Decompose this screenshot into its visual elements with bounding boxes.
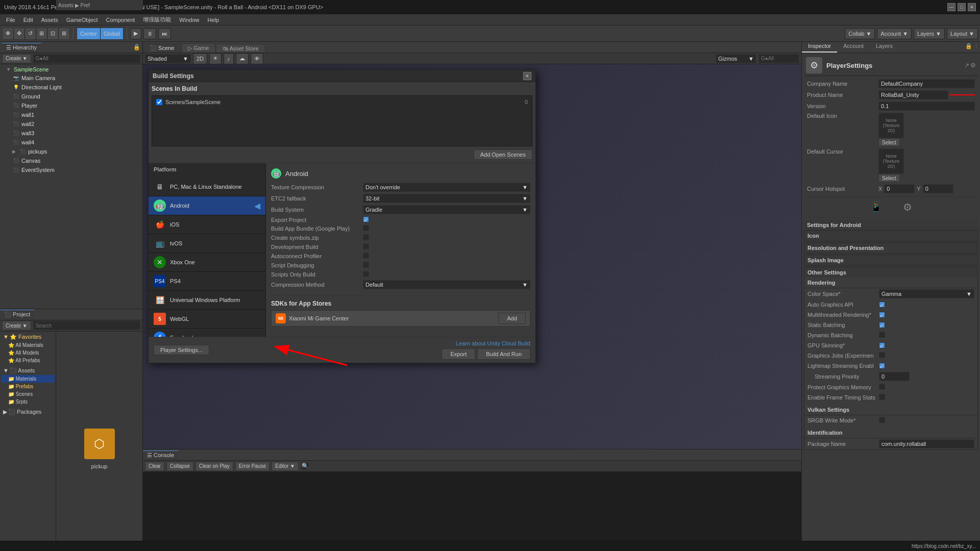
clear-on-play-button[interactable]: Clear on Play [195, 462, 233, 471]
effects-button[interactable]: ☁ [236, 53, 249, 64]
console-tab[interactable]: ☰ Console [143, 450, 178, 460]
splash-section-header[interactable]: Splash Image [804, 255, 977, 265]
hierarchy-create-button[interactable]: Create ▼ [2, 54, 31, 63]
tab-scene[interactable]: ⬛ Scene [143, 43, 181, 53]
lightmap-checkbox[interactable]: ✓ [879, 363, 885, 369]
inspector-settings-icon[interactable]: ⚙ [970, 62, 976, 69]
hierarchy-item-canvas[interactable]: ⬛ Canvas [0, 156, 142, 165]
resolution-section-header[interactable]: Resolution and Presentation [804, 243, 977, 253]
gizmos-dropdown[interactable]: Gizmos▼ [716, 54, 756, 63]
platform-android[interactable]: 🤖 Android ◀ [149, 196, 265, 215]
build-and-run-button[interactable]: Build And Run [477, 348, 530, 360]
hierarchy-item-maincamera[interactable]: 📷 Main Camera [0, 73, 142, 83]
clear-button[interactable]: Clear [145, 462, 164, 471]
hierarchy-item-wall2[interactable]: ⬛ wall2 [0, 119, 142, 129]
hand-tool[interactable]: ✥ [3, 28, 13, 39]
inspector-lock-icon[interactable]: 🔒 [965, 43, 972, 52]
layout-button[interactable]: Layout ▼ [947, 28, 978, 39]
transform-tool[interactable]: ⊞ [59, 28, 69, 39]
global-button[interactable]: Global [101, 28, 123, 39]
platform-pc[interactable]: 🖥 PC, Mac & Linux Standalone [149, 178, 265, 196]
static-batching-checkbox[interactable]: ✓ [879, 322, 885, 328]
assets-materials-item[interactable]: 📁 Materials [1, 375, 55, 383]
srgb-write-checkbox[interactable] [879, 417, 885, 423]
frame-timing-checkbox[interactable] [879, 394, 885, 400]
tab-layers[interactable]: Layers [870, 42, 899, 53]
asset-preview[interactable]: ⬡ [84, 429, 115, 459]
build-system-dropdown[interactable]: Gradle ▼ [363, 205, 530, 214]
export-project-checkbox[interactable]: ✓ [363, 216, 369, 222]
create-symbols-checkbox[interactable] [363, 234, 369, 240]
script-debugging-checkbox[interactable] [363, 262, 369, 268]
graphics-jobs-checkbox[interactable] [879, 352, 885, 358]
platform-ps4[interactable]: PS4 PS4 [149, 272, 265, 291]
scene-checkbox[interactable] [156, 99, 162, 105]
tab-game[interactable]: ▷ Game [181, 43, 215, 53]
project-search-input[interactable] [33, 321, 140, 330]
export-button[interactable]: Export [442, 348, 475, 360]
hierarchy-item-eventsystem[interactable]: ⬛ EventSystem [0, 165, 142, 174]
scale-tool[interactable]: ⊞ [36, 28, 47, 39]
favorites-section[interactable]: ▼⭐ Favorites [1, 333, 55, 341]
account-button[interactable]: Account ▼ [877, 28, 912, 39]
hide-button[interactable]: 👁 [251, 53, 263, 64]
layers-button[interactable]: Layers ▼ [914, 28, 945, 39]
collapse-button[interactable]: Collapse [166, 462, 193, 471]
cursor-hotspot-y-input[interactable] [923, 184, 953, 193]
pause-button[interactable]: ⏸ [143, 28, 156, 39]
autoconnect-checkbox[interactable] [363, 253, 369, 259]
menu-edit[interactable]: Edit [19, 16, 37, 24]
etc2-dropdown[interactable]: 32-bit ▼ [363, 194, 530, 203]
minimize-button[interactable]: — [947, 3, 955, 11]
hierarchy-item-wall4[interactable]: ⬛ wall4 [0, 138, 142, 147]
hierarchy-search-input[interactable] [33, 54, 140, 63]
development-build-checkbox[interactable] [363, 243, 369, 249]
menu-help[interactable]: Help [203, 16, 223, 24]
hierarchy-item-pickups[interactable]: ▶ ⬛ pickups [0, 147, 142, 156]
company-name-input[interactable] [878, 79, 975, 88]
xiaomi-add-button[interactable]: Add [498, 313, 526, 324]
play-button[interactable]: ▶ [130, 28, 141, 39]
rect-tool[interactable]: ⊡ [47, 28, 58, 39]
console-search-icon[interactable]: 🔍 [302, 463, 309, 470]
hierarchy-scene-root[interactable]: ▼ SampleScene [0, 65, 142, 73]
hierarchy-tab[interactable]: ☰ Hierarchy [2, 43, 41, 52]
rotate-tool[interactable]: ↺ [25, 28, 36, 39]
2d-button[interactable]: 2D [193, 53, 207, 64]
maximize-button[interactable]: □ [958, 3, 966, 11]
assets-srpts-item[interactable]: 📁 Srpts [1, 398, 55, 406]
hierarchy-content[interactable]: ▼ SampleScene 📷 Main Camera 💡 Directiona… [0, 64, 142, 309]
platform-uwp[interactable]: 🪟 Universal Windows Platform [149, 291, 265, 310]
all-materials-item[interactable]: ⭐ All Materials [1, 341, 55, 349]
auto-graphics-checkbox[interactable]: ✓ [879, 302, 885, 308]
add-open-scenes-button[interactable]: Add Open Scenes [474, 149, 532, 160]
menu-file[interactable]: File [2, 16, 19, 24]
inspector-menu-icon[interactable]: ⋮ [973, 43, 979, 52]
assets-section[interactable]: ▼⬛ Assets [1, 366, 55, 375]
version-input[interactable] [878, 102, 975, 111]
platform-ios[interactable]: 🍎 iOS [149, 215, 265, 234]
assets-prefabs-item[interactable]: 📁 Prefabs [1, 383, 55, 390]
hierarchy-item-player[interactable]: ⬛ Player [0, 101, 142, 110]
default-cursor-select-button[interactable]: Select [878, 174, 900, 182]
cloud-build-link[interactable]: Learn about Unity Cloud Build [456, 340, 530, 346]
cursor-hotspot-x-input[interactable] [884, 184, 915, 193]
all-prefabs-item[interactable]: ⭐ All Prefabs [1, 357, 55, 364]
streaming-priority-input[interactable] [879, 372, 910, 381]
packages-section[interactable]: ▶⬛ Packages [1, 408, 55, 416]
tab-asset-store[interactable]: 🛍 Asset Store [216, 44, 265, 53]
platform-tvos[interactable]: 📺 tvOS [149, 234, 265, 253]
menu-window[interactable]: Window [175, 16, 203, 24]
scene-search-input[interactable] [758, 54, 799, 63]
platform-webgl[interactable]: 5 WebGL [149, 310, 265, 329]
default-icon-select-button[interactable]: Select [878, 138, 900, 146]
hierarchy-lock-icon[interactable]: 🔒 [133, 44, 140, 51]
audio-button[interactable]: ♪ [224, 53, 234, 64]
editor-dropdown-button[interactable]: Editor ▼ [272, 462, 299, 471]
menu-component[interactable]: Component [102, 16, 139, 24]
build-settings-close-button[interactable]: ✕ [523, 72, 531, 80]
hierarchy-item-ground[interactable]: ⬛ Ground [0, 92, 142, 101]
shaded-dropdown[interactable]: Shaded▼ [145, 54, 191, 63]
hierarchy-item-wall3[interactable]: ⬛ wall3 [0, 129, 142, 138]
error-pause-button[interactable]: Error Pause [235, 462, 270, 471]
